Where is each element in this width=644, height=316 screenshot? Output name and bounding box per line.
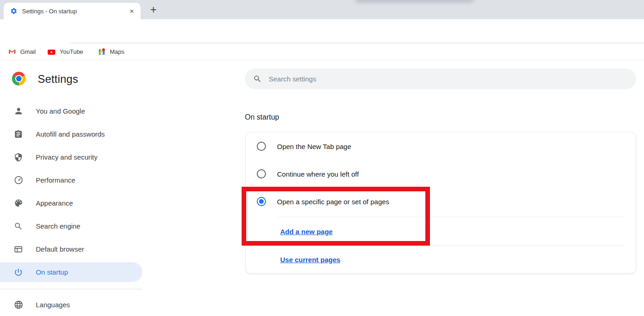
tab-close-icon[interactable]: ✕ [128, 7, 136, 15]
power-icon [13, 267, 23, 277]
sidebar-item-label: Performance [36, 176, 75, 184]
person-icon [13, 106, 23, 116]
radio-button-selected[interactable] [257, 197, 266, 206]
clipboard-icon [13, 129, 23, 139]
bookmark-maps[interactable]: Maps [98, 44, 124, 60]
sidebar-item-label: You and Google [36, 107, 85, 115]
radio-button[interactable] [257, 142, 266, 151]
sidebar-item-label: Appearance [36, 199, 73, 207]
navigation-bar: Chrome | chrome:// settings/onStartup [0, 19, 644, 44]
bookmark-youtube[interactable]: YouTube [47, 44, 83, 60]
browser-window: Settings - On startup ✕ + Chrome | chrom… [0, 0, 644, 316]
sidebar-item-performance[interactable]: Performance [0, 170, 142, 190]
new-tab-button[interactable]: + [147, 3, 160, 16]
card-divider [277, 217, 624, 217]
magnifier-icon [13, 221, 23, 231]
gmail-icon [8, 48, 16, 56]
browser-tab[interactable]: Settings - On startup ✕ [4, 3, 141, 19]
sidebar-item-label: Default browser [36, 245, 84, 253]
sidebar-item-label: On startup [36, 268, 68, 276]
use-current-pages-row: Use current pages [246, 246, 636, 273]
sidebar-divider [0, 289, 142, 289]
sidebar-item-label: Search engine [36, 222, 80, 230]
radio-button[interactable] [257, 169, 266, 178]
search-icon [253, 75, 262, 83]
sidebar-item-on-startup[interactable]: On startup [0, 262, 142, 282]
option-label: Open the New Tab page [277, 143, 351, 150]
add-new-page-row: Add a new page [246, 218, 636, 245]
sidebar-item-privacy[interactable]: Privacy and security [0, 147, 142, 167]
sidebar-item-search-engine[interactable]: Search engine [0, 216, 142, 236]
sidebar-item-autofill[interactable]: Autofill and passwords [0, 124, 142, 144]
sidebar-item-label: Autofill and passwords [36, 130, 105, 138]
globe-icon [13, 300, 23, 310]
bookmark-label: YouTube [60, 48, 83, 55]
option-continue-where-left-off[interactable]: Continue where you left off [246, 160, 636, 188]
sidebar-item-you-and-google[interactable]: You and Google [0, 101, 142, 121]
sidebar-item-label: Privacy and security [36, 153, 97, 161]
section-heading: On startup [245, 113, 279, 121]
sidebar-item-languages[interactable]: Languages [0, 295, 142, 315]
on-startup-card: Open the New Tab page Continue where you… [245, 132, 636, 274]
youtube-icon [47, 48, 56, 56]
settings-search-box[interactable] [245, 69, 636, 89]
option-label: Continue where you left off [277, 170, 359, 178]
browser-window-icon [13, 244, 23, 254]
speedometer-icon [13, 175, 23, 185]
sidebar-item-label: Languages [36, 301, 70, 309]
search-input[interactable] [269, 75, 590, 83]
bookmark-label: Gmail [20, 48, 36, 55]
bookmarks-bar: Gmail YouTube Maps [0, 44, 644, 60]
chrome-logo-icon [12, 72, 26, 86]
sidebar-item-default-browser[interactable]: Default browser [0, 239, 142, 259]
option-open-new-tab-page[interactable]: Open the New Tab page [246, 132, 636, 160]
option-open-specific-pages[interactable]: Open a specific page or set of pages [246, 188, 636, 215]
palette-icon [13, 198, 23, 208]
shield-icon [13, 152, 23, 162]
option-label: Open a specific page or set of pages [277, 198, 389, 206]
settings-gear-favicon-icon [10, 7, 17, 15]
tab-strip: Settings - On startup ✕ + [0, 0, 644, 19]
bookmark-gmail[interactable]: Gmail [8, 44, 36, 60]
page-title: Settings [38, 73, 78, 86]
add-new-page-link[interactable]: Add a new page [280, 228, 333, 236]
bookmark-label: Maps [110, 48, 124, 55]
background-window-shadow [355, 0, 474, 2]
maps-icon [98, 48, 106, 56]
sidebar-item-appearance[interactable]: Appearance [0, 193, 142, 213]
tab-title: Settings - On startup [22, 8, 128, 15]
use-current-pages-link[interactable]: Use current pages [280, 256, 340, 264]
